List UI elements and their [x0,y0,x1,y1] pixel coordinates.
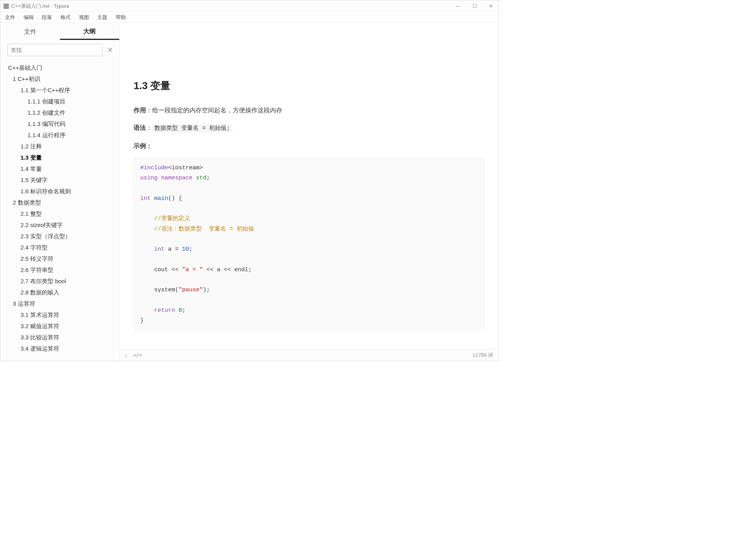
outline-item-16[interactable]: 2.4 字符型 [0,242,118,253]
outline-item-9[interactable]: 1.4 常量 [0,163,118,175]
outline-item-22[interactable]: 3.1 算术运算符 [0,310,118,321]
syntax-code-inline: 数据类型 变量名 = 初始值; [152,124,232,132]
code-block[interactable]: #include<iostream> using namespace std; … [134,158,485,331]
menu-paragraph[interactable]: 段落 [39,13,55,22]
app-window: C++基础入门.md - Typora — ☐ ✕ 文件. 编辑. 段落. 格式… [0,0,499,361]
paragraph-syntax: 语法：数据类型 变量名 = 初始值; [134,122,485,134]
tab-files[interactable]: 文件 [0,24,60,40]
outline-item-5[interactable]: 1.1.3 编写代码 [0,119,118,130]
outline-item-8[interactable]: 1.3 变量 [0,152,118,163]
outline-item-12[interactable]: 2 数据类型 [0,197,118,208]
paragraph-role: 作用：给一段指定的内存空间起名，方便操作这段内存 [134,105,485,115]
example-label: 示例： [134,143,152,149]
sidebar-tabs: 文件 大纲 [0,23,119,40]
search-close-icon[interactable]: ✕ [106,46,115,54]
menu-help[interactable]: 帮助 [113,13,129,22]
outline-item-17[interactable]: 2.5 转义字符 [0,253,118,265]
statusbar: ‹ </> 11769 词 [120,349,498,361]
outline-item-18[interactable]: 2.6 字符串型 [0,265,118,276]
search-input[interactable] [7,44,103,56]
body-area: 文件 大纲 ✕ C++基础入门1 C++初识1.1 第一个C++程序1.1.1 … [0,23,498,361]
outline-item-4[interactable]: 1.1.2 创建文件 [0,107,118,119]
outline-item-7[interactable]: 1.2 注释 [0,141,118,152]
outline-item-19[interactable]: 2.7 布尔类型 bool [0,276,118,287]
titlebar: C++基础入门.md - Typora — ☐ ✕ [0,0,498,12]
outline-item-25[interactable]: 3.4 逻辑运算符 [0,343,118,354]
outline-item-3[interactable]: 1.1.1 创建项目 [0,96,118,107]
paragraph-example: 示例： [134,141,485,151]
menu-format[interactable]: 格式 [57,13,74,22]
outline-item-20[interactable]: 2.8 数据的输入 [0,287,118,298]
menu-edit[interactable]: 编辑 [21,13,37,22]
menu-file[interactable]: 文件 [2,13,18,22]
outline-item-6[interactable]: 1.1.4 运行程序 [0,130,118,141]
role-label: 作用 [134,107,146,114]
tab-outline[interactable]: 大纲 [60,24,120,40]
outline-item-2[interactable]: 1.1 第一个C++程序 [0,85,118,96]
window-title: C++基础入门.md - Typora [11,3,454,10]
search-row: ✕ [0,40,119,59]
outline-item-21[interactable]: 3 运算符 [0,298,118,310]
editor-wrap: 1.3 变量 作用：给一段指定的内存空间起名，方便操作这段内存 语法：数据类型 … [120,23,498,361]
outline-item-15[interactable]: 2.3 实型（浮点型） [0,231,118,242]
minimize-button[interactable]: — [454,3,463,9]
maximize-button[interactable]: ☐ [470,3,479,9]
outline-item-23[interactable]: 3.2 赋值运算符 [0,321,118,332]
menubar: 文件. 编辑. 段落. 格式. 视图. 主题. 帮助 [0,12,498,23]
outline-item-11[interactable]: 1.6 标识符命名规则 [0,186,118,197]
close-button[interactable]: ✕ [486,3,495,9]
outline-item-13[interactable]: 2.1 整型 [0,208,118,220]
outline-panel[interactable]: C++基础入门1 C++初识1.1 第一个C++程序1.1.1 创建项目1.1.… [0,59,119,361]
menu-theme[interactable]: 主题 [94,13,110,22]
word-count[interactable]: 11769 词 [472,352,493,359]
menu-view[interactable]: 视图 [76,13,92,22]
source-mode-toggle[interactable]: </> [133,352,142,358]
editor[interactable]: 1.3 变量 作用：给一段指定的内存空间起名，方便操作这段内存 语法：数据类型 … [120,23,498,349]
outline-item-0[interactable]: C++基础入门 [0,62,118,74]
app-icon [3,3,9,9]
sidebar: 文件 大纲 ✕ C++基础入门1 C++初识1.1 第一个C++程序1.1.1 … [0,23,120,361]
outline-item-1[interactable]: 1 C++初识 [0,74,118,85]
outline-item-10[interactable]: 1.5 关键字 [0,175,118,186]
heading-1-3: 1.3 变量 [134,77,485,94]
outline-item-24[interactable]: 3.3 比较运算符 [0,332,118,343]
syntax-label: 语法 [134,124,146,131]
back-button[interactable]: ‹ [125,352,127,358]
outline-item-14[interactable]: 2.2 sizeof关键字 [0,220,118,231]
window-controls: — ☐ ✕ [454,3,495,9]
